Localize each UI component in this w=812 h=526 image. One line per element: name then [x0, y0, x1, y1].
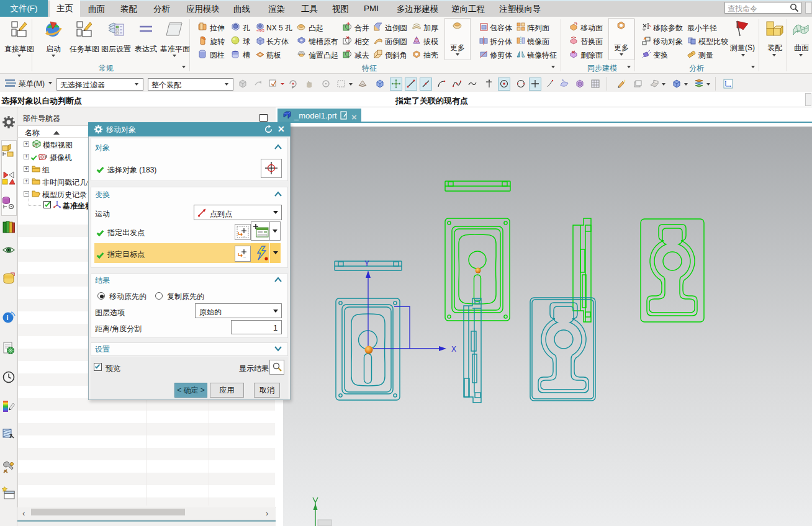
- svg-text:...: ...: [243, 234, 245, 238]
- svg-text:Y: Y: [364, 259, 369, 268]
- svg-text:X: X: [451, 345, 456, 354]
- svg-text:...: ...: [243, 255, 246, 259]
